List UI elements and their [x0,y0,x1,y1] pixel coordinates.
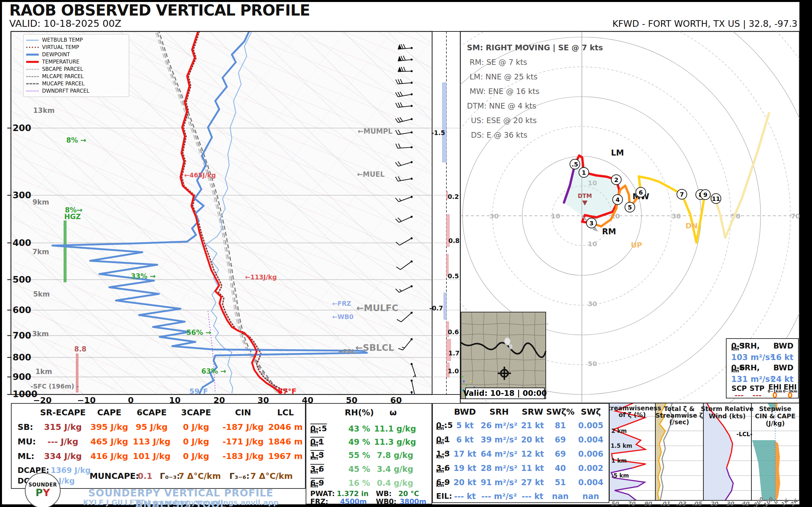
pressure-ticks [7,128,11,394]
wb-value: 20 °C [398,490,419,498]
legend-label: MLCAPE PARCEL [42,73,84,79]
range: 6-9 [436,478,450,487]
wetbulb-line-icon [26,40,39,41]
muncape-value: 0.1 [138,471,152,481]
w-value: 3.4 g/kg [377,465,413,474]
mucape-line-icon [26,83,39,84]
mini-x-label: .01 [660,500,670,507]
legend-label: DEWPOINT [42,52,70,58]
sblcl-label: ←SBLCL [355,342,394,353]
cell: 69 [555,449,566,459]
cell: 17 kt [453,449,476,459]
ehi-0-1-value: 0 [772,391,777,399]
w-value: 11.1 g/kg [374,424,416,434]
srh-info-box: 0-3km SRH, BWD 103 m²/s² 16 kt 0-6km SRH… [726,338,799,398]
range: 1-3 [310,451,324,459]
col-header: 3CAPE [181,408,211,417]
cell: 1967 m [268,451,303,461]
sm-line: SM: RIGHT MOVING | SE @ 7 kts [467,43,603,52]
cell: 11 kt [521,464,544,473]
pressure-label: 400 [13,238,31,248]
omega-bar-up [444,293,446,319]
cell: 1846 m [268,437,303,446]
mini-title: Stepwise [759,405,792,412]
ring-label: 10 [551,212,560,220]
sounderpy-logo: SOUNDER PY [25,472,61,507]
raob-profile-figure: { "header":{ "title":"RAOB OBSERVED VERT… [0,0,812,507]
col-header: ω [390,408,397,417]
srh-0-3-value: 103 m²/s² [731,353,774,362]
kinematics-table: BWD SRH SRW SWζ% SWζ 0-.5km: 5 kt 26 m²/… [432,403,609,503]
bwd-0-6-value: 24 kt [771,375,794,384]
cell: --- m²/s² [481,492,517,501]
cell: 21 kt [521,421,544,430]
mini-charts: Streamwiseness of ζ (%) Total ζ & Stream… [603,403,800,507]
legend-label: SBCAPE PARCEL [42,66,83,72]
mini-x-label: .05 [692,500,702,507]
pbl-label: ←PBL [339,348,355,355]
km-marker: 7 [680,191,684,198]
gamma-3-6-value: 7 Δ°C/km [250,471,293,481]
pressure-label: 500 [13,274,31,285]
pwat-label: PWAT: [310,490,335,498]
km-marker: .5 [571,161,578,168]
pwat-value: 1.372 in [337,490,368,498]
srh-0-6-value: 131 m²/s² [731,375,774,384]
cell: 27 kt [521,478,544,487]
cell: 101 J/kg [133,451,170,461]
w-value: 7.8 g/kg [377,451,413,460]
mini-y-label: 1.5 km [611,443,632,449]
ds-line: DS: E @ 36 kts [471,131,527,139]
cell: 51 [555,478,566,487]
row-label: EIL: [436,492,452,500]
mini-x-label: .03 [676,500,686,507]
height-label: 9km [33,198,49,206]
cell: 0.005 [578,421,603,430]
pressure-label: 600 [13,305,31,315]
omega-value: 0.6 [448,328,459,336]
legend-label: WETBULB TEMP [42,37,83,43]
footer-credit: KYLE J GILLETT | sounderpysoundings.anvi… [65,498,297,507]
dtm-line: DTM: NNE @ 4 kts [467,102,537,110]
cell: 20 kt [521,435,544,444]
cell: --- kt [521,492,544,501]
rh-label: 63% → [201,368,226,375]
range: 0-1 [436,435,450,444]
omega-value: -0.7 [429,304,443,312]
mini-title: CIN & CAPE [755,412,796,419]
cape-annotation: ←113J/kg [245,273,277,281]
rh-value: 45 % [348,465,370,474]
w-value: 11.3 g/kg [374,438,416,447]
omega-value: 0.8 [448,237,460,244]
cell: 0 J/kg [183,437,209,446]
logo-text-p: P [36,487,43,498]
cell: 95 J/kg [136,422,167,432]
cell: 26 m²/s² [481,421,518,430]
cell: 91 m²/s² [481,478,518,487]
mini-x-label: 70 [627,500,636,507]
col-header: CAPE [97,408,121,417]
rh-label: 33% → [131,272,156,280]
cell: 113 J/kg [133,437,170,446]
mini-title: Streamwiseness [603,404,661,412]
hgz-label: HGZ [64,213,81,221]
cell: 0 J/kg [183,422,209,432]
muel-label: ←MUEL [357,170,385,178]
mini-y-label: 1 km [611,457,627,464]
legend-label: MUCAPE PARCEL [42,81,85,87]
km-marker: 4 [616,196,620,203]
ehi-0-3-value: 0 [788,391,793,399]
km-marker: 6 [639,189,643,196]
rh-value: 43 % [348,424,370,434]
wb0-label: ←WB0 [332,313,354,320]
cell: -187 J/kg [222,422,264,432]
omega-value: 1.7 [448,349,460,357]
omega-strip: -1.5 0.2 0.8 0.5 -0.7 0.6 1.7 1.0 [429,32,460,394]
mulfc-label: ←MULFC [356,303,398,313]
col-header: RH(%) [345,408,374,417]
cell: 5 kt [456,421,474,430]
cell: 12 kt [521,449,544,459]
height-label: 13km [33,107,55,114]
range: 6-9 [310,478,324,487]
mini-title: (/sec) [669,418,689,426]
